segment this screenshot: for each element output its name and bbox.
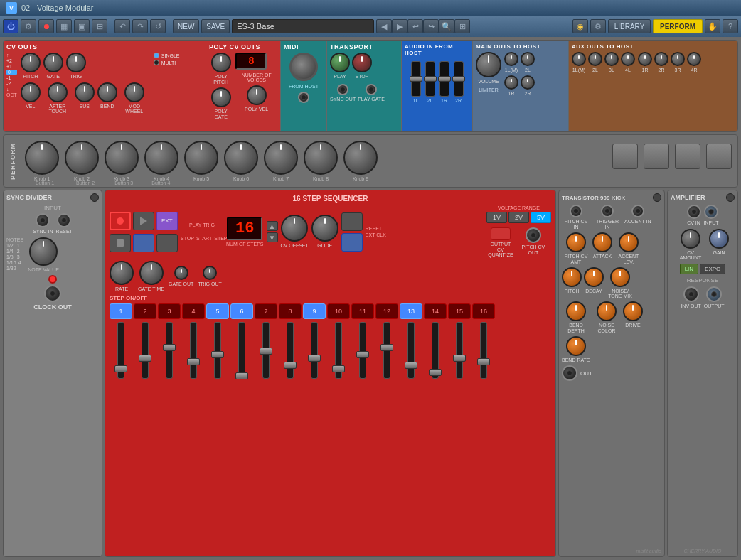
stop-knob[interactable] [352, 53, 372, 72]
step-btn-16[interactable]: 16 [472, 303, 495, 319]
exp-btn[interactable]: EXPO [700, 264, 725, 274]
vel-knob[interactable] [21, 82, 41, 102]
grid-icon[interactable]: ⊞ [454, 19, 470, 33]
accent-in-jack[interactable] [631, 205, 644, 217]
clock-out-jack[interactable] [44, 285, 61, 302]
ext-button[interactable]: EXT [156, 212, 178, 230]
bend-knob[interactable] [97, 82, 117, 102]
noise-color-knob[interactable] [597, 301, 617, 321]
trig-knob[interactable] [66, 53, 86, 72]
step-btn-2[interactable]: 2 [134, 303, 156, 319]
undo-icon[interactable]: ↶ [114, 19, 130, 33]
perform-knob-1[interactable] [25, 141, 59, 175]
aftertouch-knob[interactable] [48, 82, 68, 102]
pitch-cv-amt-knob[interactable] [566, 232, 586, 252]
aux-2r-knob[interactable] [654, 52, 668, 66]
rate-knob[interactable] [110, 261, 134, 285]
perform-button-4[interactable] [706, 144, 732, 169]
fader-7[interactable] [262, 322, 270, 379]
step-btn-12[interactable]: 12 [375, 303, 398, 319]
steps-up-btn[interactable]: ▲ [267, 221, 278, 231]
arrow-left-icon[interactable]: ◀ [376, 19, 392, 33]
hands-icon[interactable]: ✋ [705, 19, 720, 33]
help-icon[interactable]: ? [723, 19, 738, 33]
step-btn-9[interactable]: 9 [303, 303, 326, 319]
gate-time-knob[interactable] [139, 261, 164, 285]
perform-button-1[interactable] [612, 144, 638, 169]
aux-1m-knob[interactable] [572, 52, 586, 66]
fader-14[interactable] [432, 322, 439, 379]
sync-power[interactable] [90, 193, 99, 202]
bend-rate-knob[interactable] [566, 336, 586, 356]
lin-btn[interactable]: LIN [680, 264, 698, 274]
decay-knob[interactable] [584, 267, 604, 287]
glide-knob[interactable] [311, 215, 338, 242]
main-2r-knob[interactable] [521, 75, 535, 90]
color-icon[interactable]: ◉ [572, 19, 588, 33]
perform-button[interactable]: PERFORM [653, 19, 703, 33]
aux-4r-knob[interactable] [687, 52, 701, 66]
amp-cv-in-jack[interactable] [687, 205, 701, 219]
steps-down-btn[interactable]: ▼ [267, 232, 278, 242]
single-radio[interactable]: SINGLE [154, 53, 180, 58]
power-icon[interactable]: ⏻ [3, 19, 18, 33]
perform-knob-8[interactable] [304, 141, 338, 175]
refresh-icon[interactable]: ↺ [150, 19, 166, 33]
toolbar-icon-5[interactable]: ⊞ [92, 19, 107, 33]
main-1lm-knob[interactable] [504, 52, 518, 66]
inv-out-jack[interactable] [683, 286, 699, 302]
bend-depth-knob[interactable] [566, 301, 586, 321]
seq-play-button[interactable] [133, 212, 154, 230]
sync-out-jack[interactable] [337, 84, 348, 95]
poly-gate-knob[interactable] [211, 87, 231, 107]
fader-8[interactable] [287, 322, 294, 379]
accent-lev-knob[interactable] [619, 232, 639, 252]
fader-10[interactable] [335, 322, 342, 379]
library-button[interactable]: LIBRARY [608, 19, 651, 33]
step-btn-3[interactable]: 3 [158, 303, 181, 319]
main-1r-knob[interactable] [504, 75, 518, 90]
fader-2[interactable] [142, 322, 149, 379]
trigger-in-jack[interactable] [601, 205, 614, 217]
loop2-icon[interactable]: ↪ [423, 19, 439, 33]
new-button[interactable]: NEW [173, 19, 199, 33]
seq-rec-button[interactable] [110, 212, 131, 230]
seq-reset-jack[interactable] [341, 212, 363, 231]
toolbar-icon-3[interactable]: ▦ [56, 19, 72, 33]
output-jack[interactable] [706, 286, 722, 302]
audio-in-2l-slider[interactable] [425, 61, 435, 97]
fader-4[interactable] [190, 322, 197, 379]
aux-3l-knob[interactable] [604, 52, 619, 66]
pitch-knob-kick[interactable] [562, 267, 582, 287]
fader-12[interactable] [383, 322, 390, 379]
fader-3[interactable] [166, 322, 173, 379]
audio-in-1r-slider[interactable] [439, 61, 449, 97]
pitch-cv-out-jack[interactable] [526, 227, 541, 243]
perform-knob-7[interactable] [264, 141, 298, 175]
perform-button-3[interactable] [675, 144, 700, 169]
kick-power[interactable] [653, 193, 661, 202]
ext-clk-jack[interactable] [341, 233, 363, 252]
search-icon[interactable]: 🔍 [439, 19, 454, 33]
fader-13[interactable] [407, 322, 415, 379]
fader-6[interactable] [238, 322, 245, 379]
step-btn-10[interactable]: 10 [327, 303, 350, 319]
amp-power[interactable] [726, 193, 735, 202]
step-btn-4[interactable]: 4 [182, 303, 205, 319]
step-btn-13[interactable]: 13 [400, 303, 422, 319]
multi-radio[interactable]: MULTI [154, 60, 180, 65]
step-btn-7[interactable]: 7 [255, 303, 277, 319]
audio-in-1l-slider[interactable] [411, 61, 421, 97]
perform-knob-9[interactable] [343, 141, 378, 175]
perform-knob-2[interactable] [65, 141, 99, 175]
volt-1v-btn[interactable]: 1V [486, 212, 507, 223]
aux-3r-knob[interactable] [671, 52, 685, 66]
main-2l-knob[interactable] [521, 52, 535, 66]
step-btn-1[interactable]: 1 [110, 303, 132, 319]
arrow-right-icon[interactable]: ▶ [392, 19, 407, 33]
perform-knob-4[interactable] [144, 141, 178, 175]
poly-vel-knob[interactable] [247, 85, 267, 105]
record-icon[interactable]: ⏺ [38, 19, 54, 33]
play-gate-jack[interactable] [366, 84, 377, 95]
seq-start-jack[interactable] [133, 234, 154, 252]
